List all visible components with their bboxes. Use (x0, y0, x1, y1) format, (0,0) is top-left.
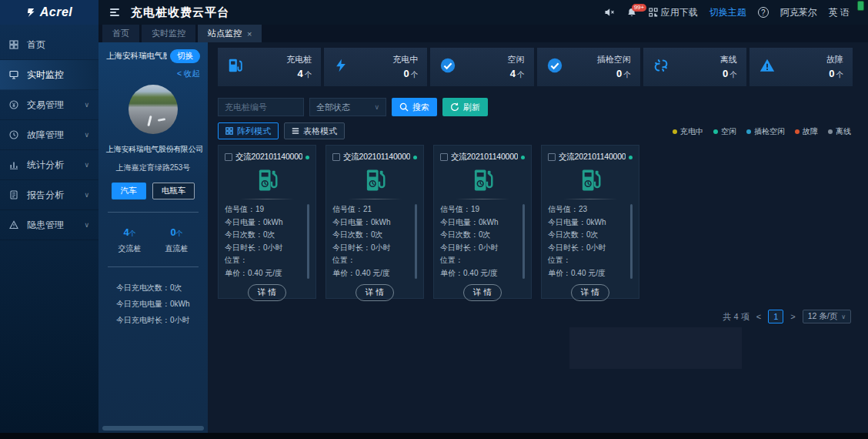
next-page-icon[interactable]: > (790, 312, 795, 321)
charger-checkbox[interactable] (440, 153, 448, 161)
station-panel: 上海安科瑞电气股份有... 切换 < 收起 上海安科瑞电气股份有限公司 上海嘉定… (98, 42, 208, 433)
chevron-down-icon: ∨ (841, 313, 846, 320)
detail-location: 位置： (332, 254, 411, 267)
charger-checkbox[interactable] (332, 153, 340, 161)
legend-dot (746, 129, 751, 134)
pagination: 共 4 项 < 1 > 12 条/页 ∨ (723, 310, 851, 323)
tab-close-icon[interactable]: × (247, 29, 252, 39)
detail-signal: 信号值：19 (225, 203, 303, 216)
search-button[interactable]: 搜索 (392, 98, 437, 116)
charger-title: 交流20210114000009 (235, 152, 302, 163)
detail-button[interactable]: 详 情 (571, 284, 609, 301)
lightning-icon (333, 57, 349, 77)
detail-signal: 信号值：23 (548, 203, 626, 216)
today-charge-times: 今日充电次数：0次 (116, 280, 200, 296)
sidebar-item-hazards[interactable]: 隐患管理 ∨ (0, 210, 98, 240)
stat-label: 充电桩 (286, 54, 312, 65)
stat-unit: 个 (517, 70, 525, 79)
tab-realtime-monitor[interactable]: 实时监控 (142, 25, 195, 42)
detail-button[interactable]: 详 情 (356, 284, 394, 301)
detail-button[interactable]: 详 情 (248, 284, 286, 301)
pagination-total: 共 4 项 (723, 311, 749, 323)
sidebar-item-realtime-monitor[interactable]: 实时监控 (0, 60, 98, 90)
station-name: 上海安科瑞电气股份有... (106, 51, 167, 62)
array-mode-button[interactable]: 阵列模式 (218, 122, 279, 139)
vehicle-tab-ebike[interactable]: 电瓶车 (152, 183, 195, 199)
card-scrollbar[interactable] (522, 204, 525, 279)
pile-number-input[interactable] (218, 98, 304, 116)
company-name: 上海安科瑞电气股份有限公司 (106, 144, 200, 155)
charger-details: 信号值：19 今日电量：0kWh 今日次数：0次 今日时长：0小时 位置： 单价… (440, 203, 525, 280)
refresh-icon (450, 102, 459, 112)
list-icon (292, 127, 299, 135)
prev-page-icon[interactable]: < (756, 312, 761, 321)
vehicle-tab-car[interactable]: 汽车 (112, 183, 146, 199)
charger-details: 信号值：23 今日电量：0kWh 今日次数：0次 今日时长：0小时 位置： 单价… (548, 203, 633, 280)
card-scrollbar[interactable] (630, 204, 633, 279)
search-button-label: 搜索 (412, 102, 429, 113)
today-charge-duration: 今日充电时长：0小时 (116, 312, 200, 328)
check-circle-icon (439, 57, 456, 77)
status-select[interactable]: 全部状态 ∨ (309, 98, 386, 116)
today-charge-energy: 今日充电电量：0kWh (116, 296, 200, 312)
language-switcher[interactable]: 英 语 (829, 6, 850, 19)
qr-code-icon (649, 8, 658, 17)
tab-site-monitor[interactable]: 站点监控 × (198, 25, 262, 42)
chevron-down-icon: ∨ (84, 221, 89, 229)
count-label: 交流桩 (119, 243, 142, 254)
legend-label: 充电中 (680, 126, 703, 137)
disconnected-icon (653, 57, 669, 77)
bell-icon[interactable]: 99+ (626, 8, 637, 18)
sidebar-item-reports[interactable]: 报告分析 ∨ (0, 180, 98, 210)
page-number[interactable]: 1 (768, 310, 783, 323)
mute-icon[interactable] (604, 8, 615, 17)
charger-title: 交流20210114000010 (451, 152, 518, 163)
charger-checkbox[interactable] (225, 153, 232, 161)
legend-item-idle: 空闲 (713, 126, 736, 137)
sidebar-item-faults[interactable]: 故障管理 ∨ (0, 120, 98, 150)
app-download-link[interactable]: 应用下载 (649, 6, 698, 19)
ac-pile-count: 4个 交流桩 (119, 226, 142, 254)
table-mode-button[interactable]: 表格模式 (284, 122, 345, 139)
refresh-button-label: 刷新 (463, 102, 480, 113)
top-header: Acrel 充电桩收费云平台 99+ 应用下载 切换主题 ? 阿克莱尔 英 语 (0, 0, 868, 25)
page-size-select[interactable]: 12 条/页 ∨ (803, 310, 851, 323)
sidebar-item-home[interactable]: 首页 (0, 30, 98, 60)
card-scrollbar[interactable] (307, 204, 309, 279)
detail-button[interactable]: 详 情 (463, 284, 502, 301)
sidebar-collapse-icon[interactable] (110, 8, 119, 16)
divider (240, 199, 294, 199)
grid-icon (225, 127, 233, 135)
card-scrollbar[interactable] (415, 204, 417, 279)
sidebar-item-statistics[interactable]: 统计分析 ∨ (0, 150, 98, 180)
collapse-panel-link[interactable]: < 收起 (106, 69, 200, 79)
detail-duration: 今日时长：0小时 (440, 242, 519, 255)
switch-theme-link[interactable]: 切换主题 (709, 6, 746, 19)
charger-details: 信号值：21 今日电量：0kWh 今日次数：0次 今日时长：0小时 位置： 单价… (332, 203, 417, 280)
stat-value: 4 (510, 68, 516, 79)
switch-station-button[interactable]: 切换 (170, 49, 200, 63)
array-mode-label: 阵列模式 (237, 126, 271, 137)
tab-label: 站点监控 (208, 28, 242, 39)
charger-card-grid: 交流20210114000009 信号值：19 今日电量：0kWh 今日次数：0… (218, 145, 639, 299)
horizontal-scrollbar[interactable] (102, 426, 204, 431)
detail-signal: 信号值：21 (332, 203, 411, 216)
legend-label: 离线 (836, 126, 851, 137)
logo-text: Acrel (40, 5, 73, 19)
filter-bar: 全部状态 ∨ 搜索 刷新 (218, 98, 488, 116)
clock-icon (9, 130, 21, 139)
charger-checkbox[interactable] (548, 153, 556, 161)
charger-card: 交流20210114000010 信号值：19 今日电量：0kWh 今日次数：0… (433, 145, 532, 299)
charger-card: 交流20210114000011 信号值：21 今日电量：0kWh 今日次数：0… (326, 145, 424, 299)
detail-duration: 今日时长：0小时 (332, 242, 411, 255)
dc-pile-count: 0个 直流桩 (165, 226, 189, 254)
status-dot (629, 156, 633, 159)
help-icon[interactable]: ? (758, 7, 769, 18)
detail-signal: 信号值：19 (440, 203, 519, 216)
legend-item-fault: 故障 (795, 126, 818, 137)
username[interactable]: 阿克莱尔 (780, 6, 817, 19)
browser-extension-icon[interactable] (857, 1, 864, 11)
tab-home[interactable]: 首页 (102, 25, 139, 42)
sidebar-item-transactions[interactable]: 交易管理 ∨ (0, 90, 98, 120)
refresh-button[interactable]: 刷新 (442, 98, 488, 116)
